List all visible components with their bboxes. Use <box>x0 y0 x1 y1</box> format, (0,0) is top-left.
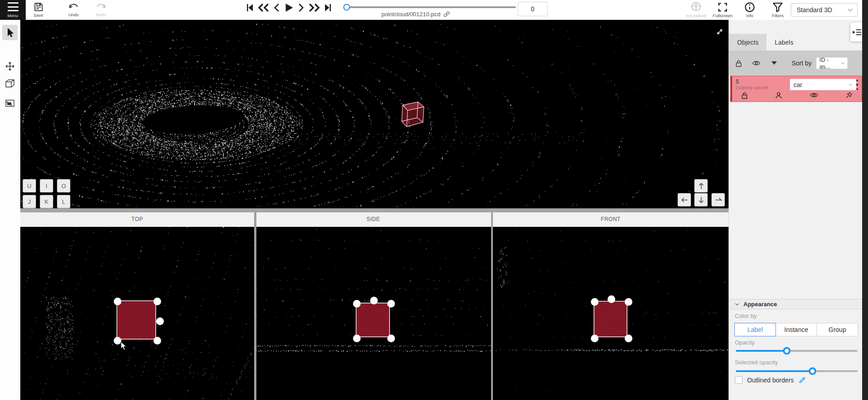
select-cursor-icon <box>5 28 15 38</box>
bbox-handle[interactable] <box>625 335 632 342</box>
viewport-divider[interactable] <box>254 212 256 400</box>
select-tool-button[interactable] <box>2 25 18 40</box>
hotkey-o[interactable]: O <box>57 179 70 193</box>
expand-arrows-icon <box>716 28 724 36</box>
next-frame-button[interactable] <box>298 3 304 12</box>
bbox-handle[interactable] <box>608 295 615 303</box>
bbox-top-view[interactable] <box>116 300 156 340</box>
bbox-handle[interactable] <box>156 317 164 325</box>
link-icon[interactable] <box>443 11 450 18</box>
fullscreen-button[interactable]: Fullscreen <box>710 0 736 20</box>
hotkey-j[interactable]: J <box>23 195 36 208</box>
pin-icon <box>845 92 853 99</box>
hotkey-u[interactable]: U <box>23 179 36 193</box>
color-by-label-option[interactable]: Label <box>734 323 776 336</box>
bbox-handle[interactable] <box>153 337 161 345</box>
cuboid-tool-button[interactable] <box>2 76 18 91</box>
bbox-handle[interactable] <box>114 337 121 345</box>
object-pin-button[interactable] <box>845 92 853 99</box>
brain-icon <box>689 2 703 13</box>
view-mode-select[interactable]: Standard 3D <box>791 3 858 17</box>
frame-slider-handle[interactable] <box>343 4 350 11</box>
hotkey-i[interactable]: I <box>40 179 53 193</box>
nav-right-button[interactable] <box>711 193 725 207</box>
bbox-handle[interactable] <box>153 298 161 305</box>
object-visibility-button[interactable] <box>810 92 818 98</box>
tools-sidebar <box>0 20 21 400</box>
tab-labels[interactable]: Labels <box>766 34 801 51</box>
color-by-segmented-control: Label Instance Group <box>735 323 858 336</box>
frame-number-input[interactable]: 0 <box>518 2 548 16</box>
fast-forward-button[interactable] <box>308 3 320 12</box>
appearance-section-header[interactable]: Appearance <box>729 299 863 309</box>
bbox-handle[interactable] <box>591 298 599 306</box>
skip-to-end-button[interactable] <box>324 3 332 12</box>
opacity-slider[interactable] <box>736 350 858 352</box>
bbox-handle[interactable] <box>114 298 121 305</box>
main-3d-viewport[interactable] <box>20 20 729 208</box>
redo-button[interactable]: Redo <box>92 0 111 20</box>
playback-controls <box>246 3 332 13</box>
visibility-all-button[interactable] <box>752 60 761 66</box>
bbox-handle[interactable] <box>370 297 378 304</box>
play-button[interactable] <box>284 3 294 13</box>
save-button[interactable]: Save <box>30 0 47 20</box>
outlined-borders-row: Outlined borders <box>735 376 806 384</box>
skip-to-start-button[interactable] <box>246 3 254 12</box>
nav-up-button[interactable] <box>694 179 708 193</box>
window-edge-strip <box>862 0 868 400</box>
cuboid-annotation-3d[interactable] <box>398 99 427 129</box>
fast-rewind-button[interactable] <box>258 3 269 12</box>
arrow-right-icon <box>715 197 722 203</box>
object-lock-button[interactable] <box>741 92 748 99</box>
expand-view-button[interactable] <box>716 28 724 36</box>
bbox-front-view[interactable] <box>594 301 627 337</box>
nav-left-button[interactable] <box>678 193 691 207</box>
bbox-handle[interactable] <box>353 335 361 342</box>
filters-button[interactable]: Filters <box>766 0 789 20</box>
selected-opacity-slider[interactable] <box>736 370 858 372</box>
object-menu-button[interactable] <box>854 80 860 90</box>
chevron-down-icon <box>848 83 853 86</box>
object-author-button[interactable] <box>775 92 782 99</box>
selected-opacity-label: Selected opacity <box>735 359 778 366</box>
expand-list-button[interactable] <box>771 61 777 65</box>
viewport-divider[interactable] <box>491 212 493 400</box>
lock-all-button[interactable] <box>735 60 742 67</box>
bbox-handle[interactable] <box>387 335 395 342</box>
nav-down-button[interactable] <box>694 193 708 207</box>
panel-tabs: Objects Labels <box>729 34 863 51</box>
object-class-select[interactable]: car <box>790 79 856 90</box>
save-icon <box>33 2 44 12</box>
opacity-slider-handle[interactable] <box>783 347 791 355</box>
nn-model-button[interactable]: not trained <box>684 0 708 20</box>
horizontal-splitter[interactable] <box>20 208 729 212</box>
hotkey-k[interactable]: K <box>40 195 53 208</box>
undo-button[interactable]: Undo <box>64 0 83 20</box>
info-button[interactable]: Info <box>739 0 760 20</box>
hotkey-l[interactable]: L <box>57 195 70 208</box>
sort-by-select[interactable]: ID - as... <box>816 57 848 69</box>
fullscreen-icon <box>717 2 728 13</box>
bbox-handle[interactable] <box>353 300 361 308</box>
object-card-car[interactable]: 5 CUBOID SHAPE car <box>730 76 862 102</box>
chevron-down-icon <box>735 303 739 306</box>
bbox-side-view[interactable] <box>356 303 390 337</box>
bbox-handle[interactable] <box>387 300 395 308</box>
bbox-handle[interactable] <box>591 335 599 342</box>
appearance-title: Appearance <box>743 301 777 308</box>
edit-pencil-icon[interactable] <box>798 377 806 384</box>
pan-tool-button[interactable] <box>2 59 18 74</box>
tab-objects[interactable]: Objects <box>729 34 766 51</box>
undo-icon <box>68 2 79 12</box>
color-by-instance-option[interactable]: Instance <box>775 323 817 336</box>
image-bbox-tool-button[interactable] <box>2 96 18 111</box>
outlined-borders-checkbox[interactable] <box>735 376 743 384</box>
menu-button[interactable]: Menu <box>0 0 26 20</box>
frame-slider[interactable] <box>347 6 516 8</box>
bbox-handle[interactable] <box>625 298 632 306</box>
previous-frame-button[interactable] <box>274 3 280 12</box>
top-view-label: TOP <box>20 216 254 222</box>
selected-opacity-slider-handle[interactable] <box>809 368 817 375</box>
color-by-group-option[interactable]: Group <box>817 323 858 336</box>
